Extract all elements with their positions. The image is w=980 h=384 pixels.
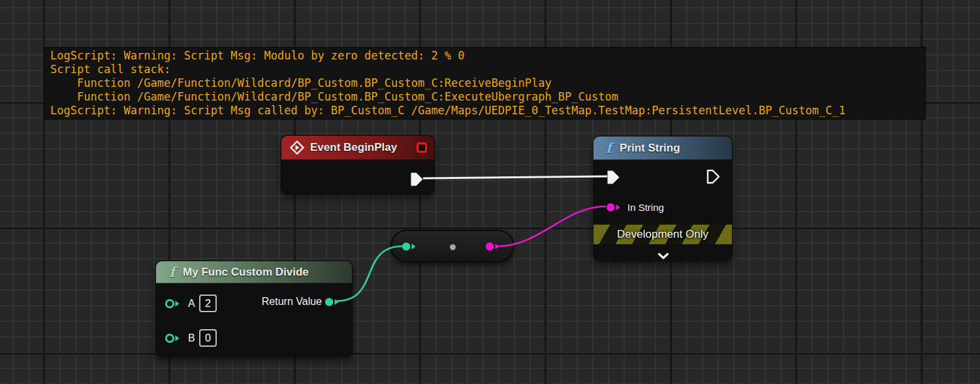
pin-a-label: A <box>188 298 195 310</box>
pin-a-value-input[interactable]: 2 <box>199 295 217 312</box>
expand-advanced-chevron-icon[interactable] <box>657 253 669 259</box>
node-print-string[interactable]: f Print String In String Development Onl… <box>593 136 733 261</box>
development-only-banner: Development Only <box>593 225 732 244</box>
log-line: Function /Game/Function/Wildcard/BP_Cust… <box>50 90 920 104</box>
log-line: Function /Game/Function/Wildcard/BP_Cust… <box>50 76 920 90</box>
log-overlay: LogScript: Warning: Script Msg: Modulo b… <box>44 47 926 120</box>
development-only-label: Development Only <box>617 228 708 241</box>
log-line: LogScript: Warning: Script Msg: Modulo b… <box>50 49 920 63</box>
function-icon: f <box>606 141 612 155</box>
log-line: LogScript: Warning: Script Msg called by… <box>50 104 920 118</box>
return-value-pin[interactable] <box>324 297 340 307</box>
event-beginplay-header[interactable]: Event BeginPlay <box>281 136 434 160</box>
pin-b-label: B <box>188 332 195 344</box>
pin-b[interactable] <box>165 333 180 344</box>
pin-b-value-input[interactable]: 0 <box>199 329 217 347</box>
node-event-beginplay[interactable]: Event BeginPlay <box>281 135 435 195</box>
return-value-label: Return Value <box>262 296 322 308</box>
in-string-label: In String <box>627 202 664 213</box>
event-icon <box>290 140 304 155</box>
exec-in-pin[interactable] <box>607 170 620 185</box>
print-string-header[interactable]: f Print String <box>593 136 732 160</box>
string-wire[interactable] <box>498 206 606 246</box>
node-to-string-conversion[interactable] <box>390 230 514 263</box>
node-title: Print String <box>620 142 680 155</box>
latent-action-icon <box>417 142 427 153</box>
node-my-func-custom-divide[interactable]: f My Func Custom Divide A 2 B 0 Return V… <box>155 261 353 357</box>
exec-out-pin[interactable] <box>410 172 424 187</box>
node-title: My Func Custom Divide <box>183 266 309 279</box>
exec-wire[interactable] <box>423 176 607 178</box>
log-line: Script call stack: <box>50 63 920 76</box>
my-func-header[interactable]: f My Func Custom Divide <box>156 261 352 283</box>
blueprint-graph-canvas[interactable]: LogScript: Warning: Script Msg: Modulo b… <box>0 0 980 384</box>
pin-a[interactable] <box>165 298 180 309</box>
conversion-out-pin[interactable] <box>485 242 500 251</box>
conversion-in-pin[interactable] <box>402 242 417 251</box>
function-icon: f <box>169 265 175 279</box>
conversion-dot-icon <box>450 244 456 250</box>
in-string-pin[interactable] <box>606 202 621 212</box>
exec-then-pin[interactable] <box>706 169 720 184</box>
node-title: Event BeginPlay <box>310 141 397 154</box>
